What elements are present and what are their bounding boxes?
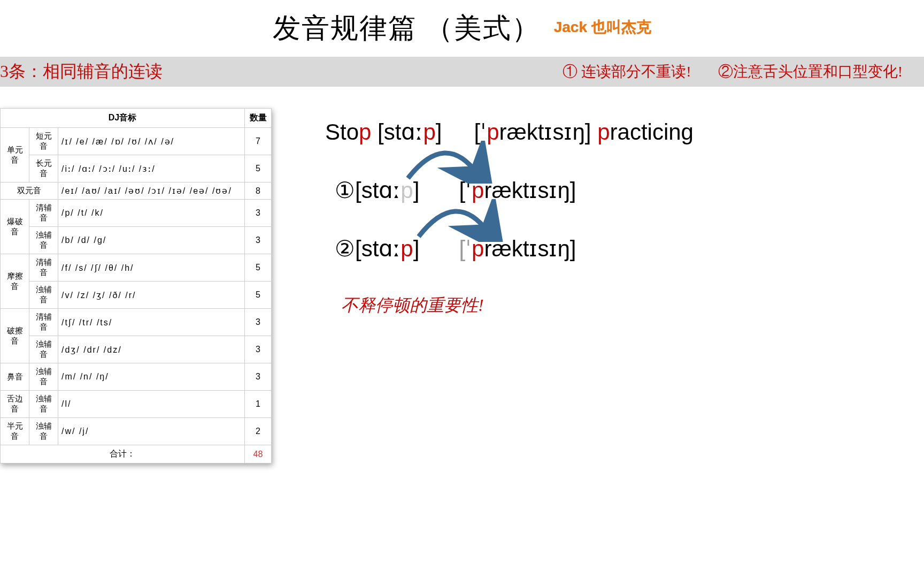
table-row: 双元音 /eɪ/ /aʊ/ /aɪ/ /əʊ/ /ɔɪ/ /ɪə/ /eə/ /…	[1, 182, 272, 200]
table-row: 舌边音 浊辅音 /l/ 1	[1, 391, 272, 418]
example-pattern-2: ②[stɑːp][ˈpræktɪsɪŋ]	[325, 235, 924, 262]
example-panel: Stop [stɑːp][ˈpræktɪsɪŋ] practicing ①[st…	[272, 87, 924, 463]
table-row: 浊辅音 /dʒ/ /dr/ /dz/ 3	[1, 336, 272, 363]
page-title: 发音规律篇 （美式）	[273, 10, 541, 47]
arrow-icon	[397, 141, 494, 184]
table-row: 浊辅音 /v/ /z/ /ʒ/ /ð/ /r/ 5	[1, 282, 272, 309]
table-row: 摩擦音 清辅音 /f/ /s/ /ʃ/ /θ/ /h/ 5	[1, 254, 272, 282]
table-total-row: 合计： 48	[1, 445, 272, 463]
rule-title: 3条：相同辅音的连读	[0, 60, 163, 83]
table-count-header: 数量	[245, 109, 272, 128]
note-text: 不释停顿的重要性!	[341, 294, 924, 317]
rule-tip-1: ① 连读部分不重读!	[563, 62, 691, 82]
table-row: 长元音 /iː/ /ɑː/ /ɔː/ /uː/ /ɜː/ 5	[1, 155, 272, 182]
header: 发音规律篇 （美式） Jack 也叫杰克	[0, 0, 924, 47]
author-label: Jack 也叫杰克	[554, 17, 651, 37]
table-row: 浊辅音 /b/ /d/ /g/ 3	[1, 227, 272, 254]
table-row: 单元音 短元音 /ɪ/ /e/ /æ/ /ɒ/ /ʊ/ /ʌ/ /ə/ 7	[1, 128, 272, 155]
table-row: 爆破音 清辅音 /p/ /t/ /k/ 3	[1, 200, 272, 227]
dj-phonetics-table: DJ音标 数量 单元音 短元音 /ɪ/ /e/ /æ/ /ɒ/ /ʊ/ /ʌ/ …	[0, 108, 272, 463]
rule-tips: ① 连读部分不重读! ②注意舌头位置和口型变化!	[563, 62, 924, 82]
table-row: 鼻音 浊辅音 /m/ /n/ /ŋ/ 3	[1, 363, 272, 391]
table-row: 破擦音 清辅音 /tʃ/ /tr/ /ts/ 3	[1, 309, 272, 336]
table-row: 半元音 浊辅音 /w/ /j/ 2	[1, 418, 272, 445]
rule-bar: 3条：相同辅音的连读 ① 连读部分不重读! ②注意舌头位置和口型变化!	[0, 57, 924, 87]
rule-tip-2: ②注意舌头位置和口型变化!	[718, 62, 903, 82]
arrow-icon	[408, 199, 504, 242]
table-title: DJ音标	[1, 109, 245, 128]
